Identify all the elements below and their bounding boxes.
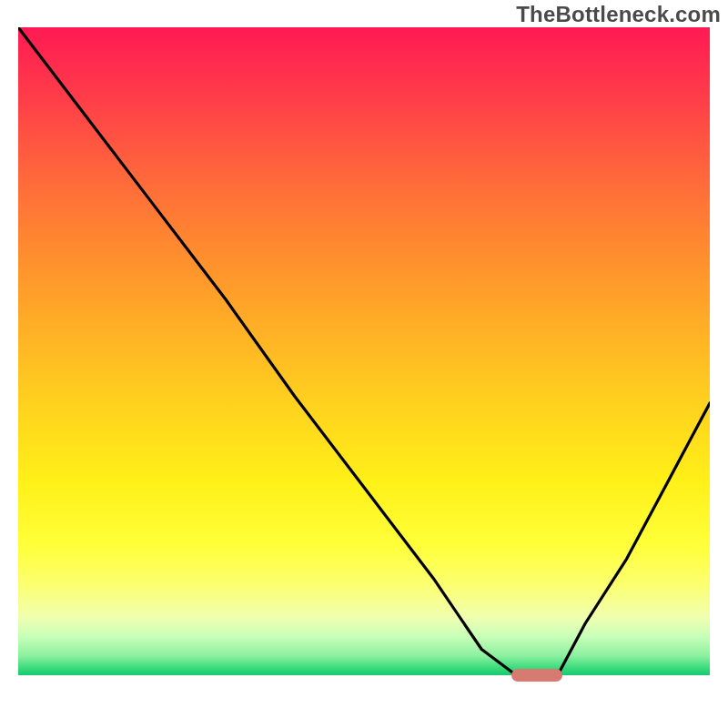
chart-container: TheBottleneck.com — [0, 0, 728, 728]
optimum-marker — [511, 669, 562, 682]
curve-svg — [18, 27, 710, 719]
watermark-text: TheBottleneck.com — [516, 2, 721, 27]
bottleneck-curve — [18, 27, 710, 675]
plot-area — [18, 27, 710, 719]
